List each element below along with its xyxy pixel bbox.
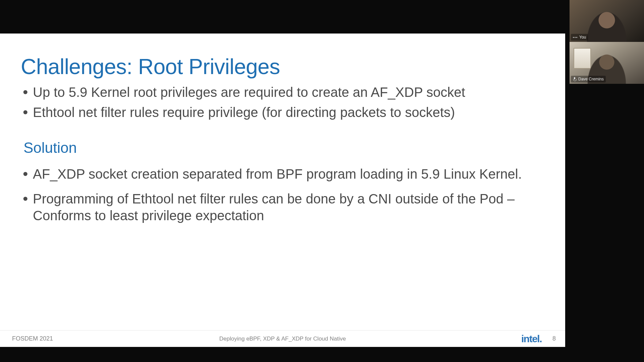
- presentation-slide: Challenges: Root Privileges Up to 5.9 Ke…: [0, 34, 565, 347]
- slide-title: Challenges: Root Privileges: [21, 54, 525, 79]
- participant-name-bar: You: [571, 34, 588, 41]
- bullet-item: Ethtool net filter rules require privile…: [21, 104, 525, 121]
- slide-body: Challenges: Root Privileges Up to 5.9 Ke…: [21, 54, 525, 232]
- challenges-bullets: Up to 5.9 Kernel root privileges are req…: [21, 84, 525, 121]
- participant-tiles: You Dave Cremins: [570, 0, 644, 84]
- avatar: [587, 12, 627, 42]
- solution-bullets: AF_XDP socket creation separated from BP…: [21, 166, 525, 224]
- slide-footer: FOSDEM 2021 Deploying eBPF, XDP & AF_XDP…: [0, 330, 565, 347]
- mic-icon: [573, 77, 576, 81]
- footer-event: FOSDEM 2021: [12, 335, 53, 342]
- bullet-item: Up to 5.9 Kernel root privileges are req…: [21, 84, 525, 101]
- more-icon[interactable]: [573, 37, 577, 38]
- participant-tile[interactable]: Dave Cremins: [570, 42, 644, 84]
- participant-name-bar: Dave Cremins: [571, 76, 606, 82]
- footer-title: Deploying eBPF, XDP & AF_XDP for Cloud N…: [219, 336, 346, 342]
- bullet-item: AF_XDP socket creation separated from BP…: [21, 166, 525, 182]
- solution-heading: Solution: [21, 139, 525, 156]
- participant-label: Dave Cremins: [578, 77, 604, 81]
- bullet-item: Programming of Ethtool net filter rules …: [21, 190, 525, 224]
- participant-label: You: [579, 35, 586, 40]
- participant-tile-self[interactable]: You: [570, 0, 644, 42]
- footer-page-number: 8: [552, 335, 556, 342]
- intel-logo: intel.: [521, 333, 542, 345]
- stage: Challenges: Root Privileges Up to 5.9 Ke…: [0, 0, 644, 362]
